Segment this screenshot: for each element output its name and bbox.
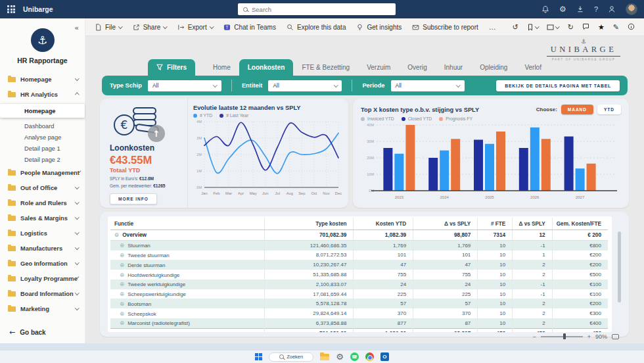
- sidebar-item-logistics[interactable]: Logistics: [0, 226, 85, 241]
- taskbar-settings-icon[interactable]: ⚙: [336, 352, 344, 361]
- comments-icon[interactable]: [582, 23, 589, 32]
- sidebar-item-board-information[interactable]: Board Information: [0, 286, 85, 301]
- tab-verzuim[interactable]: Verzuim: [358, 59, 399, 76]
- details-page-button[interactable]: BEKIJK DE DETAILS PAGINA MET TABEL: [496, 80, 620, 91]
- toolbar-item-chat-in-teams[interactable]: TChat in Teams: [223, 24, 276, 31]
- line-chart[interactable]: 0M1M2M3M4MJanFebMarAprMayJunJulAugSepOct…: [193, 118, 342, 197]
- expand-plus-icon[interactable]: ⊕: [120, 272, 124, 278]
- more-options-button[interactable]: …: [489, 23, 496, 31]
- column-header[interactable]: Type kosten: [264, 218, 354, 230]
- tab-loonkosten[interactable]: Loonkosten: [239, 59, 294, 76]
- sidebar-item-manufacturers[interactable]: Manufacturers: [0, 241, 85, 256]
- filters-tab[interactable]: Filters: [148, 59, 195, 76]
- tab-fte-bezetting[interactable]: FTE & Bezetting: [293, 59, 358, 76]
- slicer-dropdown[interactable]: All: [268, 80, 342, 91]
- fit-to-page-icon[interactable]: [612, 334, 619, 339]
- toolbar-item-explore-this-data[interactable]: Explore this data: [287, 24, 346, 31]
- table-row[interactable]: ⊕Scheepskok29,824,649.14370370102€300: [110, 308, 608, 318]
- zoom-out-button[interactable]: −: [532, 333, 536, 340]
- favorite-star-icon[interactable]: ★: [598, 24, 605, 31]
- column-header[interactable]: Kosten YTD: [354, 218, 413, 230]
- sidebar-collapse-button[interactable]: «: [74, 24, 79, 32]
- toolbar-item-file[interactable]: File: [95, 24, 122, 31]
- tab-opleiding[interactable]: Opleiding: [471, 59, 516, 76]
- table-row[interactable]: ⊕Hoofdwerktuigkundige51,335,685.88755755…: [110, 270, 608, 279]
- table-row[interactable]: ⊕Tweede werktuigkundige2,100,833.0724241…: [110, 279, 608, 289]
- sidebar-subitem-homepage[interactable]: Homepage: [0, 104, 85, 118]
- expand-plus-icon[interactable]: ⊕: [120, 252, 124, 258]
- settings-gear-icon[interactable]: ⚙: [559, 5, 566, 13]
- column-header[interactable]: # FTE: [478, 218, 513, 230]
- toolbar-item-export[interactable]: Export: [177, 24, 213, 31]
- outlook-icon[interactable]: O: [380, 352, 389, 361]
- reset-icon[interactable]: ↺: [512, 24, 518, 31]
- whatsapp-icon[interactable]: ☎: [350, 352, 359, 361]
- go-back-button[interactable]: ←Go back: [9, 328, 46, 337]
- table-row[interactable]: ⊕Derde stuurman10,230,267.474747102€200: [110, 260, 608, 270]
- zoom-slider[interactable]: [541, 336, 583, 337]
- user-avatar[interactable]: [626, 3, 637, 15]
- toolbar-item-share[interactable]: Share: [133, 24, 167, 31]
- expand-plus-icon[interactable]: ⊕: [120, 301, 124, 307]
- edit-pencil-icon[interactable]: ✎: [613, 24, 619, 31]
- global-search-box[interactable]: [238, 3, 396, 15]
- maand-button[interactable]: MAAND: [561, 105, 593, 114]
- zoom-in-button[interactable]: +: [587, 333, 591, 340]
- slicer-dropdown[interactable]: All: [391, 80, 465, 91]
- collapse-minus-icon[interactable]: ⊖: [114, 231, 119, 238]
- person-icon[interactable]: [608, 5, 616, 13]
- sidebar-subitem-analyse-page[interactable]: Analyse page: [0, 132, 85, 143]
- table-row[interactable]: ⊖Overview701,082.391,082.3998,807731412€…: [110, 230, 608, 241]
- expand-plus-icon[interactable]: ⊕: [120, 281, 124, 287]
- column-header[interactable]: Functie: [110, 218, 264, 230]
- sidebar-item-loyalty-programme[interactable]: Loyalty Programme: [0, 271, 85, 286]
- table-row[interactable]: ⊕Scheepswerktuigkundige17,081,659.442252…: [110, 289, 608, 299]
- sidebar-item-sales-margins[interactable]: Sales & Margins: [0, 210, 85, 226]
- table-row[interactable]: ⊕Bootsman5,578,128.785757102€200: [110, 299, 608, 308]
- view-button[interactable]: [547, 24, 559, 30]
- start-button[interactable]: [255, 353, 262, 360]
- sidebar-item-role-and-rulers[interactable]: Role and Rulers: [0, 195, 85, 210]
- bookmarks-button[interactable]: [527, 24, 539, 31]
- table-row[interactable]: ⊕Stuurman121,460,686.351,7691,76910-1€80…: [110, 240, 608, 250]
- file-explorer-icon[interactable]: [320, 354, 329, 360]
- table-scrollbar[interactable]: [618, 231, 621, 302]
- cost-table[interactable]: FunctieType kostenKosten YTDΔ vs SPLY# F…: [110, 218, 608, 332]
- toolbar-item-get-insights[interactable]: Get insights: [356, 24, 402, 31]
- waffle-menu-icon[interactable]: [7, 5, 15, 13]
- chrome-icon[interactable]: [365, 352, 374, 361]
- tab-verlof[interactable]: Verlof: [516, 59, 550, 76]
- sidebar-item-hr-analytics[interactable]: HR Analytics: [0, 87, 85, 102]
- expand-plus-icon[interactable]: ⊕: [120, 291, 124, 297]
- refresh-icon[interactable]: ↻: [568, 24, 574, 31]
- more-info-button[interactable]: MORE INFO: [110, 193, 157, 205]
- expand-plus-icon[interactable]: ⊕: [120, 310, 124, 317]
- search-input[interactable]: [252, 6, 390, 13]
- tab-overig[interactable]: Overig: [399, 59, 435, 76]
- column-header[interactable]: Δ vs SPLY: [513, 218, 553, 230]
- slicer-dropdown[interactable]: All: [148, 80, 221, 91]
- table-row[interactable]: ⊕Marconist (radiotelegrafist)6,373,858.8…: [110, 318, 608, 328]
- toolbar-item-subscribe-to-report[interactable]: Subscribe to report: [412, 24, 478, 31]
- help-icon[interactable]: ?: [594, 5, 598, 13]
- expand-plus-icon[interactable]: ⊕: [120, 262, 124, 268]
- notifications-bell-icon[interactable]: [541, 5, 549, 13]
- sidebar-subitem-dashboard[interactable]: Dashboard: [0, 120, 85, 132]
- sidebar-item-geo-information[interactable]: Geo Information: [0, 256, 85, 271]
- download-icon[interactable]: [576, 5, 584, 13]
- sidebar-subitem-detail-page-1[interactable]: Detail page 1: [0, 143, 85, 154]
- expand-plus-icon[interactable]: ⊕: [120, 242, 124, 249]
- sidebar-item-out-of-office[interactable]: Out of Office: [0, 180, 85, 195]
- zoom-slider-handle[interactable]: [563, 333, 566, 339]
- table-row[interactable]: 701,082.391,082.3998,807453453453: [110, 328, 608, 332]
- column-header[interactable]: Δ vs SPLY: [413, 218, 478, 230]
- sidebar-item-homepage[interactable]: Homepage: [0, 72, 85, 87]
- sidebar-item-people-management[interactable]: People Management: [0, 165, 85, 180]
- bar-chart[interactable]: 0M10M20M30M40M20232024202520262027: [361, 121, 621, 201]
- table-row[interactable]: ⊕Tweede stuurman8,071,272.53101101101€20…: [110, 251, 608, 260]
- tab-inhuur[interactable]: Inhuur: [436, 59, 471, 76]
- sidebar-subitem-detail-page-2[interactable]: Detail page 2: [0, 154, 85, 165]
- sidebar-item-marketing[interactable]: Marketing: [0, 301, 85, 316]
- taskbar-search[interactable]: Zoeken: [269, 352, 313, 362]
- info-icon[interactable]: [628, 23, 635, 32]
